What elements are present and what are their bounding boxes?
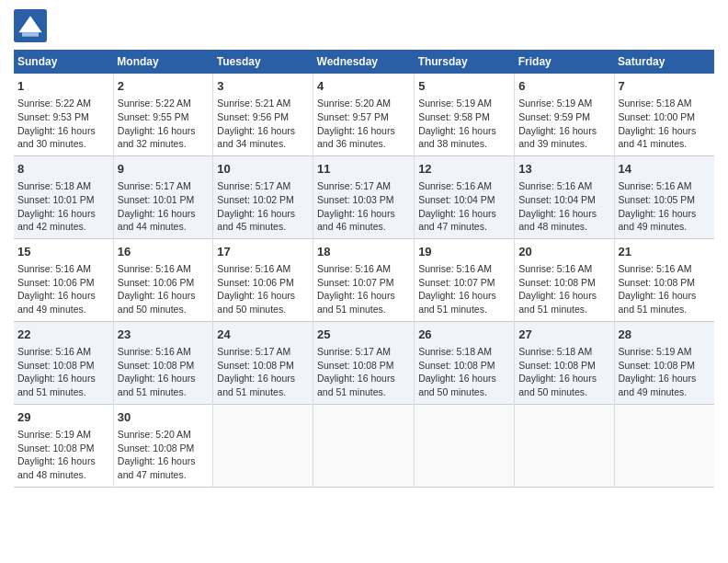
svg-rect-2 [22,32,39,37]
calendar-cell: 9Sunrise: 5:17 AMSunset: 10:01 PMDayligh… [113,155,213,238]
day-number: 25 [317,327,410,343]
day-number: 26 [418,327,510,343]
day-number: 23 [118,327,210,343]
header [14,9,714,42]
calendar-cell [614,404,714,487]
calendar-cell: 12Sunrise: 5:16 AMSunset: 10:04 PMDaylig… [415,155,515,238]
day-number: 4 [317,78,410,95]
weekday-header: Thursday [415,50,515,74]
calendar-week-row: 8Sunrise: 5:18 AMSunset: 10:01 PMDayligh… [14,155,714,238]
calendar-cell: 28Sunrise: 5:19 AMSunset: 10:08 PMDaylig… [614,321,714,404]
calendar-cell: 6Sunrise: 5:19 AMSunset: 9:59 PMDaylight… [515,74,614,155]
header-row: SundayMondayTuesdayWednesdayThursdayFrid… [14,50,714,74]
day-number: 15 [17,244,109,260]
calendar-cell: 11Sunrise: 5:17 AMSunset: 10:03 PMDaylig… [313,155,415,238]
day-number: 8 [17,161,109,178]
calendar-cell: 27Sunrise: 5:18 AMSunset: 10:08 PMDaylig… [515,321,614,404]
day-number: 5 [418,78,510,95]
calendar-cell: 24Sunrise: 5:17 AMSunset: 10:08 PMDaylig… [213,321,313,404]
weekday-header: Tuesday [213,50,313,74]
day-number: 29 [17,409,109,426]
weekday-header: Wednesday [313,50,415,74]
calendar-table: SundayMondayTuesdayWednesdayThursdayFrid… [14,50,714,488]
calendar-cell: 8Sunrise: 5:18 AMSunset: 10:01 PMDayligh… [14,155,113,238]
day-number: 14 [619,161,711,178]
logo-icon [14,9,47,42]
day-number: 7 [619,78,711,95]
weekday-header: Sunday [14,50,113,74]
calendar-cell: 23Sunrise: 5:16 AMSunset: 10:08 PMDaylig… [113,321,213,404]
day-number: 6 [518,78,609,95]
calendar-cell: 26Sunrise: 5:18 AMSunset: 10:08 PMDaylig… [415,321,515,404]
calendar-week-row: 1Sunrise: 5:22 AMSunset: 9:53 PMDaylight… [14,74,714,155]
logo [14,9,52,42]
calendar-cell: 19Sunrise: 5:16 AMSunset: 10:07 PMDaylig… [415,238,515,321]
calendar-cell: 30Sunrise: 5:20 AMSunset: 10:08 PMDaylig… [113,404,213,487]
calendar-cell: 5Sunrise: 5:19 AMSunset: 9:58 PMDaylight… [415,74,515,155]
weekday-header: Friday [515,50,614,74]
calendar-week-row: 15Sunrise: 5:16 AMSunset: 10:06 PMDaylig… [14,238,714,321]
calendar-cell: 13Sunrise: 5:16 AMSunset: 10:04 PMDaylig… [515,155,614,238]
day-number: 11 [317,161,410,178]
day-number: 3 [217,78,309,95]
calendar-cell [415,404,515,487]
calendar-cell: 20Sunrise: 5:16 AMSunset: 10:08 PMDaylig… [515,238,614,321]
calendar-cell: 25Sunrise: 5:17 AMSunset: 10:08 PMDaylig… [313,321,415,404]
calendar-cell: 10Sunrise: 5:17 AMSunset: 10:02 PMDaylig… [213,155,313,238]
day-number: 12 [418,161,510,178]
calendar-cell [213,404,313,487]
day-number: 19 [418,244,510,260]
day-number: 9 [118,161,210,178]
day-number: 28 [619,327,711,343]
calendar-cell: 2Sunrise: 5:22 AMSunset: 9:55 PMDaylight… [113,74,213,155]
day-number: 30 [118,409,210,426]
day-number: 18 [317,244,410,260]
calendar-cell: 4Sunrise: 5:20 AMSunset: 9:57 PMDaylight… [313,74,415,155]
calendar-cell: 21Sunrise: 5:16 AMSunset: 10:08 PMDaylig… [614,238,714,321]
day-number: 10 [217,161,309,178]
calendar-cell: 17Sunrise: 5:16 AMSunset: 10:06 PMDaylig… [213,238,313,321]
day-number: 2 [118,78,210,95]
day-number: 13 [518,161,609,178]
day-number: 16 [118,244,210,260]
calendar-container: SundayMondayTuesdayWednesdayThursdayFrid… [0,0,728,497]
calendar-week-row: 29Sunrise: 5:19 AMSunset: 10:08 PMDaylig… [14,404,714,487]
calendar-cell: 14Sunrise: 5:16 AMSunset: 10:05 PMDaylig… [614,155,714,238]
calendar-cell: 16Sunrise: 5:16 AMSunset: 10:06 PMDaylig… [113,238,213,321]
calendar-cell: 22Sunrise: 5:16 AMSunset: 10:08 PMDaylig… [14,321,113,404]
day-number: 1 [17,78,109,95]
calendar-cell: 1Sunrise: 5:22 AMSunset: 9:53 PMDaylight… [14,74,113,155]
weekday-header: Saturday [614,50,714,74]
day-number: 24 [217,327,309,343]
calendar-cell: 7Sunrise: 5:18 AMSunset: 10:00 PMDayligh… [614,74,714,155]
day-number: 21 [619,244,711,260]
day-number: 22 [17,327,109,343]
calendar-cell: 3Sunrise: 5:21 AMSunset: 9:56 PMDaylight… [213,74,313,155]
calendar-cell [313,404,415,487]
day-number: 27 [518,327,609,343]
calendar-cell: 15Sunrise: 5:16 AMSunset: 10:06 PMDaylig… [14,238,113,321]
calendar-cell: 29Sunrise: 5:19 AMSunset: 10:08 PMDaylig… [14,404,113,487]
weekday-header: Monday [113,50,213,74]
day-number: 20 [518,244,609,260]
day-number: 17 [217,244,309,260]
calendar-cell [515,404,614,487]
calendar-cell: 18Sunrise: 5:16 AMSunset: 10:07 PMDaylig… [313,238,415,321]
calendar-week-row: 22Sunrise: 5:16 AMSunset: 10:08 PMDaylig… [14,321,714,404]
